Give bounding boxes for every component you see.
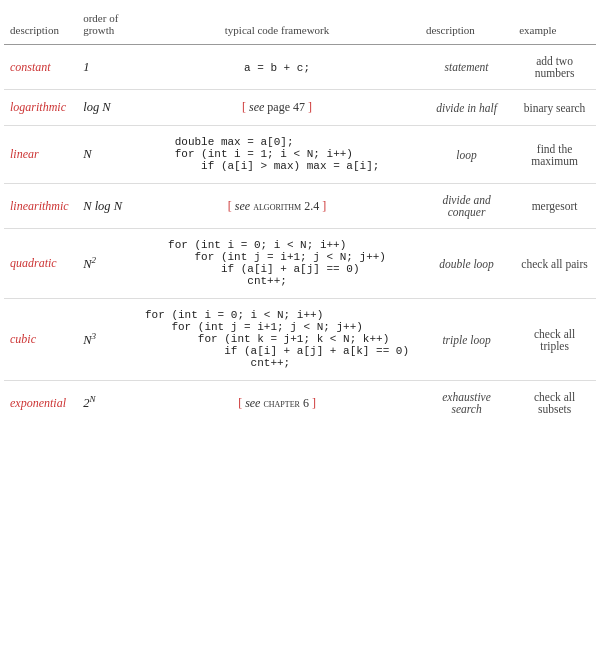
header-example: example [513, 8, 596, 45]
header-description: description [4, 8, 77, 45]
row-code: for (int i = 0; i < N; i++) for (int j =… [134, 299, 420, 381]
row-order-of-growth: 1 [77, 45, 134, 90]
row-description: linearithmic [4, 184, 77, 229]
row-example: binary search [513, 90, 596, 126]
table-row: constant1a = b + c;statementadd two numb… [4, 45, 596, 90]
header-typical-code: typical code framework [134, 8, 420, 45]
row-description: logarithmic [4, 90, 77, 126]
row-code: a = b + c; [134, 45, 420, 90]
row-order-of-growth: N log N [77, 184, 134, 229]
row-description2: triple loop [420, 299, 513, 381]
row-example: mergesort [513, 184, 596, 229]
table-row: exponential2N[ see chapter 6 ]exhaustive… [4, 381, 596, 426]
table-row: quadraticN2for (int i = 0; i < N; i++) f… [4, 229, 596, 299]
row-order-of-growth: N [77, 126, 134, 184]
row-description: quadratic [4, 229, 77, 299]
row-code: double max = a[0]; for (int i = 1; i < N… [134, 126, 420, 184]
table-row: linearithmicN log N[ see algorithm 2.4 ]… [4, 184, 596, 229]
complexity-table: description order of growth typical code… [4, 8, 596, 425]
row-description2: divide and conquer [420, 184, 513, 229]
table-row: cubicN3for (int i = 0; i < N; i++) for (… [4, 299, 596, 381]
row-example: find the maximum [513, 126, 596, 184]
row-code: [ see chapter 6 ] [134, 381, 420, 426]
row-example: check all subsets [513, 381, 596, 426]
row-description: exponential [4, 381, 77, 426]
row-code: for (int i = 0; i < N; i++) for (int j =… [134, 229, 420, 299]
row-order-of-growth: N2 [77, 229, 134, 299]
row-description: linear [4, 126, 77, 184]
row-description: constant [4, 45, 77, 90]
row-description2: divide in half [420, 90, 513, 126]
row-description2: exhaustive search [420, 381, 513, 426]
row-example: add two numbers [513, 45, 596, 90]
table-row: linearNdouble max = a[0]; for (int i = 1… [4, 126, 596, 184]
row-code: [ see algorithm 2.4 ] [134, 184, 420, 229]
row-description2: double loop [420, 229, 513, 299]
header-order-of-growth: order of growth [77, 8, 134, 45]
row-example: check all triples [513, 299, 596, 381]
row-description: cubic [4, 299, 77, 381]
row-description2: statement [420, 45, 513, 90]
main-table-container: description order of growth typical code… [0, 0, 600, 433]
row-order-of-growth: log N [77, 90, 134, 126]
row-code: [ see page 47 ] [134, 90, 420, 126]
table-row: logarithmiclog N[ see page 47 ]divide in… [4, 90, 596, 126]
row-description2: loop [420, 126, 513, 184]
row-example: check all pairs [513, 229, 596, 299]
row-order-of-growth: 2N [77, 381, 134, 426]
header-description2: description [420, 8, 513, 45]
row-order-of-growth: N3 [77, 299, 134, 381]
